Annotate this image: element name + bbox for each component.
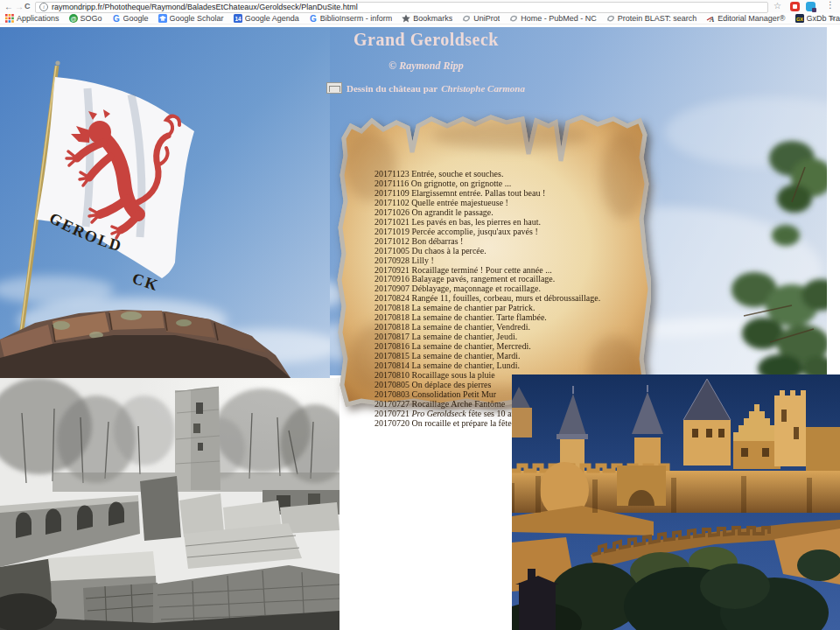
parchment-panel: 20171123 Entrée, souche et souches.20171… xyxy=(335,96,651,410)
bookmark-google[interactable]: GGoogle xyxy=(112,14,149,23)
ncbi-swirl-icon xyxy=(606,14,615,23)
flag-photo[interactable]: GEROLD CK xyxy=(0,27,330,378)
site-info-icon[interactable]: i xyxy=(39,3,48,11)
log-entry-date: 20170928 xyxy=(374,256,412,265)
gxdb-icon: GX xyxy=(795,14,804,23)
drawing-caption: Dessin du château par Christophe Carmona xyxy=(326,82,525,94)
log-entry-date: 20171109 xyxy=(374,188,411,198)
caption-text: Dessin du château par xyxy=(346,83,438,94)
google-g-icon: G xyxy=(112,14,121,23)
bookmark-home-pubmed-nc[interactable]: Home - PubMed - NC xyxy=(509,14,597,23)
log-entry-text: Quelle entrée majestueuse ! xyxy=(411,198,508,207)
log-entry-date: 20171123 xyxy=(374,169,411,178)
log-entry-text: Rocaillage Arche Fantôme xyxy=(412,399,506,409)
log-entry-date: 20170907 xyxy=(374,284,412,293)
ruin-tower xyxy=(175,387,220,490)
log-entry-text: La semaine de chantier, Vendredi. xyxy=(412,322,530,332)
log-entry-date: 20170824 xyxy=(374,293,412,303)
editorial-icon: A xyxy=(706,14,715,23)
bookmarks-bar: Applications@SOGoGGoogleGoogle Scholar14… xyxy=(0,13,840,24)
log-entry-date: 20170805 xyxy=(374,380,412,389)
bookmark-google-scholar[interactable]: Google Scholar xyxy=(158,14,224,23)
ncbi-swirl-icon xyxy=(462,14,471,23)
bookmark-biblioinserm-inform[interactable]: GBiblioInserm - inform xyxy=(309,14,393,23)
bookmark-label: Home - PubMed - NC xyxy=(521,14,597,23)
log-entry-date: 20171005 xyxy=(374,246,412,256)
log-entry-date: 20171021 xyxy=(374,217,412,227)
log-entry-text: On grignotte, on grignotte ... xyxy=(411,178,511,188)
log-entry-italic: Pro Geroldseck xyxy=(412,409,466,418)
log-entry-date: 20171019 xyxy=(374,227,412,236)
log-entry-text: On déplace des pierres xyxy=(412,380,492,389)
bookmark-star-icon[interactable]: ☆ xyxy=(774,1,781,10)
blue-extension-icon[interactable] xyxy=(806,2,816,11)
log-entry-date: 20170814 xyxy=(374,360,412,370)
bookmark-label: Google Agenda xyxy=(245,14,299,23)
bookmark-google-agenda[interactable]: 14Google Agenda xyxy=(234,14,299,23)
log-entry-date: 20170727 xyxy=(374,399,412,409)
star-black-icon xyxy=(402,14,410,23)
svg-text:G: G xyxy=(310,14,317,23)
browser-window: ← → C i raymondripp.fr/Phototheque/Raymo… xyxy=(0,0,840,630)
adblock-extension-icon[interactable] xyxy=(790,2,800,11)
drawing-thumbnail-icon[interactable] xyxy=(326,82,342,94)
bookmarks-overflow-chevron[interactable]: » xyxy=(830,14,835,23)
log-entry-date: 20170817 xyxy=(374,332,412,341)
bookmark-label: Applications xyxy=(17,14,60,23)
ruins-bw-photo[interactable] xyxy=(0,378,340,630)
bookmark-label: UniProt xyxy=(473,14,500,23)
title-block: Grand Geroldseck © Raymond Ripp xyxy=(295,30,557,73)
log-entry-text: Rocaillage sous la pluie xyxy=(412,370,495,380)
log-entry-text: La semaine de chantier, Lundi. xyxy=(412,360,520,370)
web-page: GEROLD CK xyxy=(0,24,840,630)
castle-night-photo[interactable] xyxy=(512,374,840,630)
forward-icon[interactable]: → xyxy=(15,1,24,12)
log-entry-text: La semaine de chantier, Mercredi. xyxy=(412,341,531,351)
bookmark-bookmarks[interactable]: Bookmarks xyxy=(402,14,452,23)
log-entry-date: 20171102 xyxy=(374,198,411,207)
browser-toolbar: ← → C i raymondripp.fr/Phototheque/Raymo… xyxy=(0,0,840,13)
back-icon[interactable]: ← xyxy=(4,1,13,12)
browser-menu-icon[interactable]: ⋮ xyxy=(826,0,835,10)
log-entry-date: 20170916 xyxy=(374,274,412,284)
log-entry-text: Bon débarras ! xyxy=(412,236,464,246)
log-entry-text: La semaine de chantier, Jeudi. xyxy=(412,332,518,341)
log-entry-date: 20170810 xyxy=(374,370,412,380)
bookmark-label: Editorial Manager® xyxy=(718,14,785,23)
log-entry-date: 20170803 xyxy=(374,389,412,399)
log-entry-date: 20170921 xyxy=(374,265,412,275)
bookmark-label: Google xyxy=(123,14,149,23)
log-entry-text: Rangée 11, fouilles, corbeau, murs et dé… xyxy=(412,293,601,303)
page-title: Grand Geroldseck xyxy=(295,30,557,50)
log-entry-text: On agrandit le passage. xyxy=(412,207,494,217)
log-entry-text: Rocaillage terminé ! Pour cette année ..… xyxy=(412,265,552,275)
bookmark-uniprot[interactable]: UniProt xyxy=(462,14,500,23)
svg-text:14: 14 xyxy=(234,16,242,22)
bookmark-editorial-manager-[interactable]: AEditorial Manager® xyxy=(706,14,785,23)
reload-icon[interactable]: C xyxy=(24,1,31,12)
page-copyright: © Raymond Ripp xyxy=(295,60,557,73)
log-entry-text: Consolidation Petit Mur xyxy=(412,389,497,399)
url-text[interactable]: raymondripp.fr/Phototheque/Raymond/Balad… xyxy=(52,3,358,11)
log-entry-date: 20170815 xyxy=(374,351,412,360)
log-entry-date: 20171012 xyxy=(374,236,412,246)
google-g-icon: G xyxy=(309,14,318,23)
bookmark-applications[interactable]: Applications xyxy=(5,14,60,23)
log-entry-text: Déblayage, maçonnage et rocaillage. xyxy=(412,284,541,293)
bookmark-label: SOGo xyxy=(80,14,102,23)
log-entry-date: 20170818 xyxy=(374,303,412,312)
log-entry-date: 20171116 xyxy=(374,178,411,188)
log-entry-text: Les pavés en bas, les pierres en haut. xyxy=(412,217,541,227)
log-entry-text: Balayage pavés, rangement et rocaillage. xyxy=(412,274,556,284)
log-entry-text: La semaine de chantier par Patrick. xyxy=(412,303,536,312)
url-bar[interactable]: i raymondripp.fr/Phototheque/Raymond/Bal… xyxy=(35,2,768,13)
log-entry-text: Lilly ! xyxy=(412,256,434,265)
bookmark-sogo[interactable]: @SOGo xyxy=(69,14,102,23)
apps-grid-icon xyxy=(5,14,14,23)
log-entry-text: La semaine de chantier. Tarte flambée. xyxy=(412,312,547,322)
bookmark-protein-blast-search[interactable]: Protein BLAST: search xyxy=(606,14,697,23)
svg-text:G: G xyxy=(113,14,120,23)
bookmark-label: GxDb Transcriptomic xyxy=(807,14,840,23)
bookmark-label: Protein BLAST: search xyxy=(618,14,697,23)
svg-text:@: @ xyxy=(70,16,76,22)
